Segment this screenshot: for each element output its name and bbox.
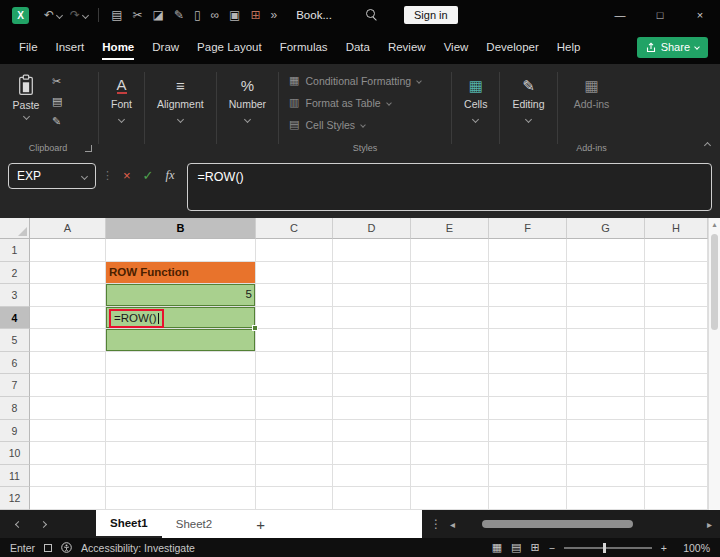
undo-icon[interactable]: ↶ [44,0,54,30]
cell-B8[interactable] [106,397,256,420]
zoom-out-button[interactable]: − [549,542,555,554]
cells-group-button[interactable]: ▦ Cells [454,64,497,156]
cell-B4[interactable]: =ROW() [106,307,256,330]
cell-C3[interactable] [256,284,333,307]
cell-F2[interactable] [489,262,567,285]
cell-E2[interactable] [411,262,489,285]
row-header-1[interactable]: 1 [0,239,30,262]
cell-F9[interactable] [489,420,567,443]
cell-G1[interactable] [567,239,645,262]
cell-G2[interactable] [567,262,645,285]
zoom-slider[interactable] [564,547,652,549]
cell-H1[interactable] [645,239,708,262]
close-button[interactable]: × [680,0,720,30]
select-all-corner[interactable] [0,218,30,239]
cell-D12[interactable] [333,487,411,510]
row-header-4[interactable]: 4 [0,307,30,330]
cell-A7[interactable] [30,374,106,397]
row-header-7[interactable]: 7 [0,374,30,397]
alignment-group-button[interactable]: ≡ Alignment [147,64,214,156]
cell-D4[interactable] [333,307,411,330]
clipboard-dialog-launcher-icon[interactable] [85,145,92,152]
sheet-options-dots-icon[interactable]: ⋮ [430,517,442,531]
hscroll-left-icon[interactable]: ◂ [450,519,455,530]
horizontal-scrollbar[interactable] [463,520,699,528]
redo-dropdown-icon[interactable] [82,11,89,18]
page-layout-view-icon[interactable]: ▤ [511,541,521,554]
cell-F11[interactable] [489,465,567,488]
cell-G4[interactable] [567,307,645,330]
column-header-G[interactable]: G [567,218,645,239]
cell-F3[interactable] [489,284,567,307]
menu-tab-formulas[interactable]: Formulas [271,30,337,64]
cell-E6[interactable] [411,352,489,375]
cell-C5[interactable] [256,329,333,352]
search-icon[interactable] [366,9,378,21]
vertical-scrollbar[interactable]: ▴ [708,218,720,510]
column-header-C[interactable]: C [256,218,333,239]
cell-F7[interactable] [489,374,567,397]
formula-input[interactable]: =ROW() [187,163,712,211]
cell-C9[interactable] [256,420,333,443]
cell-H2[interactable] [645,262,708,285]
image-icon[interactable]: ◪ [153,0,164,30]
cell-G6[interactable] [567,352,645,375]
cell-G5[interactable] [567,329,645,352]
add-sheet-button[interactable]: + [226,510,291,538]
menu-tab-draw[interactable]: Draw [143,30,188,64]
page-break-view-icon[interactable]: ⊞ [531,541,540,554]
toolbar-overflow-icon[interactable]: » [271,0,278,30]
cell-C10[interactable] [256,442,333,465]
cell-D5[interactable] [333,329,411,352]
printer-icon[interactable]: ▣ [229,0,240,30]
cell-E4[interactable] [411,307,489,330]
sheet-tab-sheet1[interactable]: Sheet1 [96,510,162,538]
paste-button[interactable]: Paste [0,72,52,127]
scroll-up-icon[interactable]: ▴ [709,218,720,231]
menu-tab-developer[interactable]: Developer [477,30,547,64]
horizontal-scrollbar-thumb[interactable] [482,520,633,528]
cell-B6[interactable] [106,352,256,375]
cell-H8[interactable] [645,397,708,420]
column-header-H[interactable]: H [645,218,708,239]
cell-C2[interactable] [256,262,333,285]
cell-E12[interactable] [411,487,489,510]
enter-formula-icon[interactable]: ✓ [143,168,154,183]
insert-function-icon[interactable]: fx [166,168,175,183]
cell-A10[interactable] [30,442,106,465]
cell-C11[interactable] [256,465,333,488]
cell-A8[interactable] [30,397,106,420]
cell-D8[interactable] [333,397,411,420]
cell-A3[interactable] [30,284,106,307]
cancel-formula-icon[interactable]: × [123,168,131,183]
zoom-slider-thumb[interactable] [603,543,606,553]
cell-F6[interactable] [489,352,567,375]
cell-B10[interactable] [106,442,256,465]
row-header-12[interactable]: 12 [0,487,30,510]
cell-E1[interactable] [411,239,489,262]
cell-G7[interactable] [567,374,645,397]
cell-E8[interactable] [411,397,489,420]
cell-B2[interactable]: ROW Function [106,262,256,285]
cell-A9[interactable] [30,420,106,443]
cell-E7[interactable] [411,374,489,397]
cell-C1[interactable] [256,239,333,262]
cell-H4[interactable] [645,307,708,330]
cell-C4[interactable] [256,307,333,330]
menu-tab-help[interactable]: Help [548,30,590,64]
cell-F8[interactable] [489,397,567,420]
cell-D9[interactable] [333,420,411,443]
row-header-11[interactable]: 11 [0,465,30,488]
cell-H7[interactable] [645,374,708,397]
row-header-10[interactable]: 10 [0,442,30,465]
row-header-3[interactable]: 3 [0,284,30,307]
excel-logo-icon[interactable]: X [12,7,29,24]
cell-E11[interactable] [411,465,489,488]
column-header-B[interactable]: B [106,218,256,239]
name-box[interactable]: EXP [8,163,96,189]
cell-H12[interactable] [645,487,708,510]
cell-E10[interactable] [411,442,489,465]
cell-G8[interactable] [567,397,645,420]
cell-F10[interactable] [489,442,567,465]
row-header-5[interactable]: 5 [0,329,30,352]
